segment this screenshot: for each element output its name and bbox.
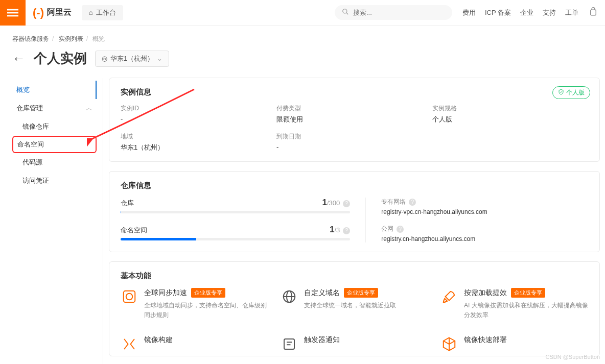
features-card: 基本功能 全球同步加速企业版专享 全球地域自动同步，支持命名空间、仓库级别同步规… [109, 261, 600, 356]
enterprise-tag: 企业版专享 [344, 288, 378, 298]
logo-text: 阿里云 [47, 7, 72, 18]
main-content: 个人版 实例信息 实例ID- 付费类型限额使用 实例规格个人版 地域华东1（杭州… [109, 78, 600, 364]
enterprise-tag: 企业版专享 [191, 288, 225, 298]
quota-repo: 仓库 1/300? [121, 198, 350, 213]
field-label: 到期日期 [276, 132, 432, 141]
svg-rect-1 [7, 12, 18, 13]
crumb-1[interactable]: 实例列表 [59, 35, 83, 42]
repo-info-card: 仓库信息 仓库 1/300? 命名空间 1/3? [109, 171, 600, 252]
feature-on-demand-load[interactable]: 按需加载提效企业版专享 AI 大镜像按需加载和在线解压，大幅提高镜像分发效率 [440, 288, 588, 320]
page-title: 个人实例 [34, 50, 87, 67]
sidebar: 概览 仓库管理 ︿ 镜像仓库 命名空间 代码源 访问凭证 [12, 78, 97, 364]
instance-info-card: 个人版 实例信息 实例ID- 付费类型限额使用 实例规格个人版 地域华东1（杭州… [109, 78, 600, 162]
card-title: 基本功能 [121, 271, 588, 281]
card-title: 仓库信息 [121, 181, 588, 190]
help-icon[interactable]: ? [343, 200, 350, 207]
field-value: 限额使用 [276, 115, 432, 124]
sidebar-group-repo[interactable]: 仓库管理 ︿ [12, 99, 97, 117]
crumb-0[interactable]: 容器镜像服务 [12, 35, 49, 42]
chevron-up-icon: ︿ [86, 104, 92, 113]
net-value: registry-vpc.cn-hangzhou.aliyuncs.com [381, 208, 588, 215]
help-icon[interactable]: ? [343, 227, 350, 234]
sidebar-item-code-source[interactable]: 代码源 [12, 153, 97, 172]
field-label: 付费类型 [276, 104, 432, 113]
nav-icp[interactable]: ICP 备案 [485, 8, 511, 17]
svg-rect-6 [124, 291, 135, 303]
location-icon: ◎ [102, 55, 107, 62]
deploy-icon [440, 335, 458, 353]
feature-trigger-notify[interactable]: 触发器通知 [281, 335, 428, 353]
crumb-2: 概览 [92, 35, 105, 42]
net-label: 公网? [381, 225, 588, 233]
feature-image-build[interactable]: 镜像构建 [121, 335, 268, 353]
home-icon: ⌂ [89, 9, 93, 16]
region-selector[interactable]: ◎ 华东1（杭州） ⌄ [95, 51, 169, 67]
top-nav-links: 费用 ICP 备案 企业 支持 工单 [462, 8, 578, 17]
quota-namespace: 命名空间 1/3? [121, 225, 350, 240]
svg-rect-5 [591, 10, 596, 15]
title-row: ← 个人实例 ◎ 华东1（杭州） ⌄ [0, 47, 605, 78]
globe-icon [281, 288, 298, 305]
feature-custom-domain[interactable]: 自定义域名企业版专享 支持全球统一域名，智能就近拉取 [281, 288, 428, 320]
edition-badge: 个人版 [552, 86, 590, 99]
search-input[interactable] [353, 9, 445, 16]
watermark: CSDN @SuperButton [545, 354, 600, 360]
sidebar-overview[interactable]: 概览 [12, 81, 97, 99]
back-arrow-icon[interactable]: ← [12, 51, 26, 66]
aliyun-logo-icon: (-) [33, 6, 44, 19]
sidebar-item-image-repo[interactable]: 镜像仓库 [12, 117, 97, 136]
build-icon [121, 335, 138, 353]
enterprise-tag: 企业版专享 [511, 288, 545, 298]
cart-icon[interactable] [589, 7, 598, 18]
workbench-link[interactable]: ⌂ 工作台 [82, 5, 123, 20]
feature-fast-deploy[interactable]: 镜像快速部署 [440, 335, 588, 353]
search-box[interactable] [335, 5, 452, 20]
field-value: 个人版 [432, 115, 588, 124]
help-icon[interactable]: ? [409, 199, 416, 206]
menu-toggle[interactable] [0, 0, 26, 26]
field-label: 实例ID [121, 104, 276, 113]
help-icon[interactable]: ? [397, 226, 404, 233]
svg-rect-0 [7, 9, 18, 10]
net-value: registry.cn-hangzhou.aliyuncs.com [381, 235, 588, 242]
shield-check-icon [558, 89, 564, 96]
logo[interactable]: (-) 阿里云 [33, 6, 72, 19]
breadcrumb: 容器镜像服务/ 实例列表/ 概览 [0, 26, 605, 47]
field-value: - [276, 143, 432, 151]
svg-point-3 [343, 9, 347, 13]
notify-icon [281, 335, 298, 353]
svg-rect-11 [284, 339, 294, 349]
globe-sync-icon [121, 288, 138, 305]
sidebar-item-namespace[interactable]: 命名空间 [12, 136, 97, 153]
search-icon [342, 8, 349, 17]
chevron-down-icon: ⌄ [157, 55, 162, 62]
svg-rect-2 [7, 15, 18, 16]
svg-line-4 [346, 13, 348, 15]
sidebar-item-credentials[interactable]: 访问凭证 [12, 172, 97, 190]
nav-ticket[interactable]: 工单 [565, 8, 578, 17]
field-value: 华东1（杭州） [121, 143, 276, 152]
svg-point-7 [126, 294, 133, 300]
nav-enterprise[interactable]: 企业 [520, 8, 533, 17]
feature-global-sync[interactable]: 全球同步加速企业版专享 全球地域自动同步，支持命名空间、仓库级别同步规则 [121, 288, 268, 320]
net-label: 专有网络? [381, 198, 588, 206]
top-bar: (-) 阿里云 ⌂ 工作台 费用 ICP 备案 企业 支持 工单 [0, 0, 605, 26]
rocket-icon [440, 288, 458, 305]
field-label: 地域 [121, 132, 276, 141]
nav-support[interactable]: 支持 [543, 8, 556, 17]
field-label: 实例规格 [432, 104, 588, 113]
card-title: 实例信息 [121, 87, 588, 97]
nav-fee[interactable]: 费用 [462, 8, 476, 17]
field-value: - [121, 115, 276, 123]
